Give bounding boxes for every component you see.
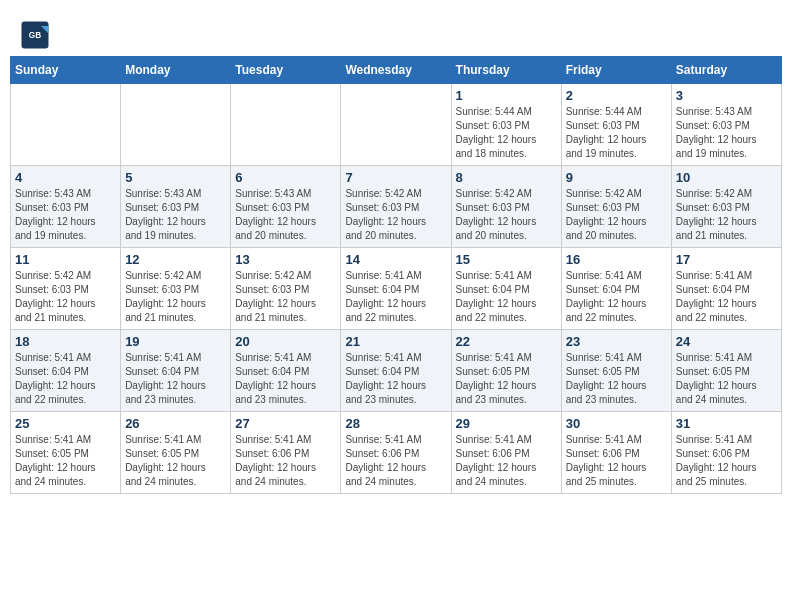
day-number: 18 xyxy=(15,334,116,349)
day-info: Sunrise: 5:41 AM Sunset: 6:05 PM Dayligh… xyxy=(566,351,667,407)
calendar-cell: 12Sunrise: 5:42 AM Sunset: 6:03 PM Dayli… xyxy=(121,248,231,330)
calendar-cell: 8Sunrise: 5:42 AM Sunset: 6:03 PM Daylig… xyxy=(451,166,561,248)
calendar-week-5: 25Sunrise: 5:41 AM Sunset: 6:05 PM Dayli… xyxy=(11,412,782,494)
day-info: Sunrise: 5:41 AM Sunset: 6:04 PM Dayligh… xyxy=(345,351,446,407)
day-number: 8 xyxy=(456,170,557,185)
day-number: 6 xyxy=(235,170,336,185)
calendar-cell: 23Sunrise: 5:41 AM Sunset: 6:05 PM Dayli… xyxy=(561,330,671,412)
day-info: Sunrise: 5:42 AM Sunset: 6:03 PM Dayligh… xyxy=(566,187,667,243)
day-number: 22 xyxy=(456,334,557,349)
calendar-cell: 30Sunrise: 5:41 AM Sunset: 6:06 PM Dayli… xyxy=(561,412,671,494)
day-info: Sunrise: 5:41 AM Sunset: 6:05 PM Dayligh… xyxy=(456,351,557,407)
day-info: Sunrise: 5:42 AM Sunset: 6:03 PM Dayligh… xyxy=(235,269,336,325)
day-info: Sunrise: 5:41 AM Sunset: 6:04 PM Dayligh… xyxy=(456,269,557,325)
calendar-cell: 11Sunrise: 5:42 AM Sunset: 6:03 PM Dayli… xyxy=(11,248,121,330)
day-header-wednesday: Wednesday xyxy=(341,57,451,84)
day-number: 15 xyxy=(456,252,557,267)
calendar-cell: 6Sunrise: 5:43 AM Sunset: 6:03 PM Daylig… xyxy=(231,166,341,248)
day-info: Sunrise: 5:42 AM Sunset: 6:03 PM Dayligh… xyxy=(676,187,777,243)
day-number: 29 xyxy=(456,416,557,431)
calendar-cell: 19Sunrise: 5:41 AM Sunset: 6:04 PM Dayli… xyxy=(121,330,231,412)
day-info: Sunrise: 5:43 AM Sunset: 6:03 PM Dayligh… xyxy=(676,105,777,161)
calendar-cell xyxy=(231,84,341,166)
calendar-cell: 29Sunrise: 5:41 AM Sunset: 6:06 PM Dayli… xyxy=(451,412,561,494)
day-number: 4 xyxy=(15,170,116,185)
page-header: GB xyxy=(10,10,782,50)
day-info: Sunrise: 5:44 AM Sunset: 6:03 PM Dayligh… xyxy=(456,105,557,161)
svg-text:GB: GB xyxy=(29,31,41,40)
day-number: 23 xyxy=(566,334,667,349)
calendar-cell: 5Sunrise: 5:43 AM Sunset: 6:03 PM Daylig… xyxy=(121,166,231,248)
day-number: 31 xyxy=(676,416,777,431)
day-number: 1 xyxy=(456,88,557,103)
day-info: Sunrise: 5:44 AM Sunset: 6:03 PM Dayligh… xyxy=(566,105,667,161)
calendar-cell: 15Sunrise: 5:41 AM Sunset: 6:04 PM Dayli… xyxy=(451,248,561,330)
calendar-cell: 26Sunrise: 5:41 AM Sunset: 6:05 PM Dayli… xyxy=(121,412,231,494)
day-info: Sunrise: 5:42 AM Sunset: 6:03 PM Dayligh… xyxy=(456,187,557,243)
day-info: Sunrise: 5:41 AM Sunset: 6:04 PM Dayligh… xyxy=(125,351,226,407)
calendar-cell: 1Sunrise: 5:44 AM Sunset: 6:03 PM Daylig… xyxy=(451,84,561,166)
day-header-tuesday: Tuesday xyxy=(231,57,341,84)
calendar-cell xyxy=(341,84,451,166)
calendar-cell: 18Sunrise: 5:41 AM Sunset: 6:04 PM Dayli… xyxy=(11,330,121,412)
day-number: 9 xyxy=(566,170,667,185)
day-info: Sunrise: 5:41 AM Sunset: 6:04 PM Dayligh… xyxy=(345,269,446,325)
day-number: 7 xyxy=(345,170,446,185)
calendar-cell: 10Sunrise: 5:42 AM Sunset: 6:03 PM Dayli… xyxy=(671,166,781,248)
calendar-cell: 2Sunrise: 5:44 AM Sunset: 6:03 PM Daylig… xyxy=(561,84,671,166)
day-info: Sunrise: 5:43 AM Sunset: 6:03 PM Dayligh… xyxy=(235,187,336,243)
day-header-monday: Monday xyxy=(121,57,231,84)
day-number: 19 xyxy=(125,334,226,349)
day-info: Sunrise: 5:41 AM Sunset: 6:06 PM Dayligh… xyxy=(676,433,777,489)
day-info: Sunrise: 5:42 AM Sunset: 6:03 PM Dayligh… xyxy=(125,269,226,325)
day-info: Sunrise: 5:43 AM Sunset: 6:03 PM Dayligh… xyxy=(15,187,116,243)
calendar-cell: 7Sunrise: 5:42 AM Sunset: 6:03 PM Daylig… xyxy=(341,166,451,248)
day-info: Sunrise: 5:41 AM Sunset: 6:05 PM Dayligh… xyxy=(125,433,226,489)
day-number: 13 xyxy=(235,252,336,267)
calendar-cell xyxy=(11,84,121,166)
day-number: 16 xyxy=(566,252,667,267)
day-number: 3 xyxy=(676,88,777,103)
day-info: Sunrise: 5:41 AM Sunset: 6:04 PM Dayligh… xyxy=(566,269,667,325)
day-number: 5 xyxy=(125,170,226,185)
logo-icon: GB xyxy=(20,20,50,50)
calendar-cell: 21Sunrise: 5:41 AM Sunset: 6:04 PM Dayli… xyxy=(341,330,451,412)
calendar-week-2: 4Sunrise: 5:43 AM Sunset: 6:03 PM Daylig… xyxy=(11,166,782,248)
day-number: 28 xyxy=(345,416,446,431)
day-header-friday: Friday xyxy=(561,57,671,84)
day-info: Sunrise: 5:41 AM Sunset: 6:06 PM Dayligh… xyxy=(345,433,446,489)
calendar-week-4: 18Sunrise: 5:41 AM Sunset: 6:04 PM Dayli… xyxy=(11,330,782,412)
calendar-cell: 27Sunrise: 5:41 AM Sunset: 6:06 PM Dayli… xyxy=(231,412,341,494)
calendar-cell: 25Sunrise: 5:41 AM Sunset: 6:05 PM Dayli… xyxy=(11,412,121,494)
day-number: 20 xyxy=(235,334,336,349)
calendar-cell: 28Sunrise: 5:41 AM Sunset: 6:06 PM Dayli… xyxy=(341,412,451,494)
day-info: Sunrise: 5:42 AM Sunset: 6:03 PM Dayligh… xyxy=(15,269,116,325)
day-info: Sunrise: 5:41 AM Sunset: 6:06 PM Dayligh… xyxy=(456,433,557,489)
day-info: Sunrise: 5:41 AM Sunset: 6:05 PM Dayligh… xyxy=(676,351,777,407)
day-info: Sunrise: 5:41 AM Sunset: 6:06 PM Dayligh… xyxy=(235,433,336,489)
calendar-cell: 4Sunrise: 5:43 AM Sunset: 6:03 PM Daylig… xyxy=(11,166,121,248)
calendar-cell: 17Sunrise: 5:41 AM Sunset: 6:04 PM Dayli… xyxy=(671,248,781,330)
day-header-sunday: Sunday xyxy=(11,57,121,84)
day-info: Sunrise: 5:41 AM Sunset: 6:04 PM Dayligh… xyxy=(15,351,116,407)
calendar-cell: 13Sunrise: 5:42 AM Sunset: 6:03 PM Dayli… xyxy=(231,248,341,330)
day-number: 11 xyxy=(15,252,116,267)
calendar-cell: 16Sunrise: 5:41 AM Sunset: 6:04 PM Dayli… xyxy=(561,248,671,330)
calendar-cell: 3Sunrise: 5:43 AM Sunset: 6:03 PM Daylig… xyxy=(671,84,781,166)
day-number: 27 xyxy=(235,416,336,431)
days-header-row: SundayMondayTuesdayWednesdayThursdayFrid… xyxy=(11,57,782,84)
calendar-week-1: 1Sunrise: 5:44 AM Sunset: 6:03 PM Daylig… xyxy=(11,84,782,166)
calendar-cell: 20Sunrise: 5:41 AM Sunset: 6:04 PM Dayli… xyxy=(231,330,341,412)
day-info: Sunrise: 5:42 AM Sunset: 6:03 PM Dayligh… xyxy=(345,187,446,243)
logo: GB xyxy=(20,20,54,50)
day-info: Sunrise: 5:41 AM Sunset: 6:06 PM Dayligh… xyxy=(566,433,667,489)
day-number: 24 xyxy=(676,334,777,349)
calendar-cell: 24Sunrise: 5:41 AM Sunset: 6:05 PM Dayli… xyxy=(671,330,781,412)
day-number: 14 xyxy=(345,252,446,267)
calendar-cell xyxy=(121,84,231,166)
day-number: 10 xyxy=(676,170,777,185)
day-info: Sunrise: 5:41 AM Sunset: 6:04 PM Dayligh… xyxy=(235,351,336,407)
calendar-cell: 22Sunrise: 5:41 AM Sunset: 6:05 PM Dayli… xyxy=(451,330,561,412)
calendar-week-3: 11Sunrise: 5:42 AM Sunset: 6:03 PM Dayli… xyxy=(11,248,782,330)
day-number: 21 xyxy=(345,334,446,349)
